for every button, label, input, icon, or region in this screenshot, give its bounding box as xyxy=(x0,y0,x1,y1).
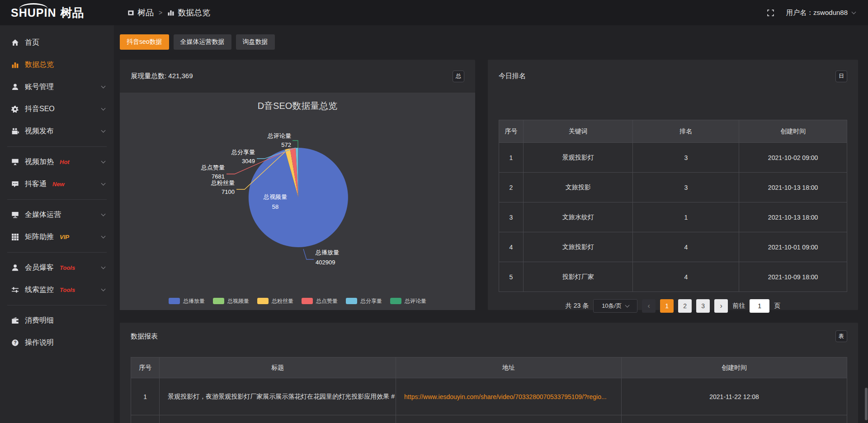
ranking-panel-body: 序号关键词排名创建时间1景观投影灯32021-10-02 09:002文旅投影3… xyxy=(488,93,858,313)
sidebar-item-label: 线索监控 xyxy=(25,285,54,295)
legend-label: 总视频量 xyxy=(227,297,249,305)
sidebar: 首页数据总览账号管理抖音SEO视频发布视频加热Hot抖客通New全媒体运营矩阵助… xyxy=(0,25,114,423)
legend-item-总分享量[interactable]: 总分享量 xyxy=(346,297,382,305)
sidebar-badge-Hot: Hot xyxy=(60,159,70,165)
chevron-down-icon xyxy=(101,181,106,186)
table-cell: 4 xyxy=(633,232,739,262)
column-header-创建时间: 创建时间 xyxy=(739,120,847,143)
breadcrumb-current[interactable]: 数据总览 xyxy=(167,7,210,18)
page-button-3[interactable]: 3 xyxy=(696,299,710,313)
table-cell: 4 xyxy=(499,232,524,262)
chevron-down-icon xyxy=(101,234,106,239)
legend-item-总视频量[interactable]: 总视频量 xyxy=(213,297,249,305)
fullscreen-icon[interactable] xyxy=(767,9,774,17)
grid-icon xyxy=(11,233,19,241)
page-size-select[interactable]: 10条/页 xyxy=(593,299,637,313)
report-panel-title: 数据报表 xyxy=(131,332,158,341)
sidebar-item-视频加热[interactable]: 视频加热Hot xyxy=(0,151,114,173)
page-button-2[interactable]: 2 xyxy=(678,299,692,313)
table-cell: 2021-10-01 09:00 xyxy=(739,232,847,262)
overview-corner-button[interactable]: 总 xyxy=(453,70,464,82)
pie-label-总点赞量: 7681 xyxy=(212,173,225,180)
chat-icon xyxy=(11,180,19,188)
legend-item-总评论量[interactable]: 总评论量 xyxy=(390,297,426,305)
column-header-序号: 序号 xyxy=(499,120,524,143)
sidebar-badge-Tools: Tools xyxy=(60,264,75,271)
topbar-right: 用户名：zswodun88 xyxy=(767,9,868,17)
column-header-关键词: 关键词 xyxy=(523,120,633,143)
page-layout: 首页数据总览账号管理抖音SEO视频发布视频加热Hot抖客通New全媒体运营矩阵助… xyxy=(0,25,868,423)
table-row: 1景观投影灯，夜游景观投影灯厂家展示展示落花灯在花园里的灯光投影应用效果 #ht… xyxy=(131,378,847,415)
sidebar-item-视频发布[interactable]: 视频发布 xyxy=(0,120,114,142)
prev-page-button[interactable]: ‹ xyxy=(642,299,656,313)
next-page-button[interactable]: › xyxy=(714,299,728,313)
pagination-total: 共 23 条 xyxy=(566,302,589,310)
logo-text-en: SHUPIN xyxy=(11,7,56,19)
chevron-down-icon xyxy=(625,303,630,307)
sidebar-item-账号管理[interactable]: 账号管理 xyxy=(0,76,114,98)
report-corner-button[interactable]: 表 xyxy=(835,330,847,342)
main-content: 抖音seo数据全媒体运营数据询盘数据 展现量总数: 421,369 总 D音SE… xyxy=(114,25,868,423)
table-cell: 2021-10-13 18:00 xyxy=(739,173,847,202)
chevron-down-icon xyxy=(101,287,106,291)
sidebar-badge-New: New xyxy=(52,181,65,188)
sidebar-item-线索监控[interactable]: 线索监控Tools xyxy=(0,279,114,301)
table-header-row: 序号关键词排名创建时间 xyxy=(499,120,847,143)
tab-询盘数据[interactable]: 询盘数据 xyxy=(236,34,275,50)
sidebar-item-抖客通[interactable]: 抖客通New xyxy=(0,173,114,195)
tab-抖音seo数据[interactable]: 抖音seo数据 xyxy=(120,34,169,50)
legend-swatch xyxy=(390,298,401,304)
sidebar-item-label: 账号管理 xyxy=(25,82,54,92)
table-cell: 2021-10-09 18:00 xyxy=(739,262,847,292)
legend-item-总点赞量[interactable]: 总点赞量 xyxy=(302,297,338,305)
table-row: 3文旅水纹灯12021-10-13 18:00 xyxy=(499,202,847,232)
sidebar-item-首页[interactable]: 首页 xyxy=(0,32,114,54)
pagination: 共 23 条10条/页‹123›前往页 xyxy=(499,299,847,313)
sidebar-item-消费明细[interactable]: 消费明细 xyxy=(0,310,114,332)
overview-panel-title: 展现量总数: 421,369 xyxy=(131,72,193,80)
sidebar-divider xyxy=(7,199,107,200)
breadcrumb-root[interactable]: 树品 xyxy=(127,7,154,18)
pie-chart: D音SEO数据量总览总播放量402909总视频量58总粉丝量7100总点赞量76… xyxy=(120,93,475,292)
table-cell xyxy=(622,415,847,423)
video-link[interactable]: https://www.iesdouyin.com/share/video/70… xyxy=(404,393,607,400)
sidebar-item-label: 会员爆客 xyxy=(25,263,54,273)
gear-icon xyxy=(11,105,19,113)
chevron-down-icon xyxy=(101,159,106,164)
scrollbar-thumb[interactable] xyxy=(865,388,868,420)
report-panel-header: 数据报表 表 xyxy=(120,323,858,350)
pie-label-总视频量: 总视频量 xyxy=(263,193,287,200)
legend-item-总播放量[interactable]: 总播放量 xyxy=(169,297,205,305)
pie-label-总评论量: 总评论量 xyxy=(267,132,291,139)
sidebar-item-矩阵助推[interactable]: 矩阵助推VIP xyxy=(0,226,114,248)
goto-page-input[interactable] xyxy=(750,299,769,313)
chevron-down-icon xyxy=(101,212,106,216)
legend-item-总粉丝量[interactable]: 总粉丝量 xyxy=(257,297,293,305)
label-line-总播放量 xyxy=(303,249,314,259)
sidebar-item-操作说明[interactable]: ?操作说明 xyxy=(0,332,114,354)
column-header-标题: 标题 xyxy=(160,357,396,378)
pie-label-总播放量: 402909 xyxy=(316,259,335,266)
sidebar-item-label: 首页 xyxy=(25,38,39,47)
sidebar-item-抖音SEO[interactable]: 抖音SEO xyxy=(0,98,114,120)
site-icon xyxy=(127,9,134,16)
table-row: 1景观投影灯32021-10-02 09:00 xyxy=(499,143,847,173)
column-header-序号: 序号 xyxy=(131,357,160,378)
table-cell: 景观投影灯 xyxy=(523,143,633,173)
sidebar-item-数据总览[interactable]: 数据总览 xyxy=(0,54,114,76)
sidebar-item-label: 抖客通 xyxy=(25,179,47,189)
member-icon xyxy=(11,264,19,272)
sidebar-item-会员爆客[interactable]: 会员爆客Tools xyxy=(0,257,114,279)
sidebar-badge-VIP: VIP xyxy=(60,234,69,240)
user-menu[interactable]: 用户名：zswodun88 xyxy=(786,9,855,17)
table-cell xyxy=(396,415,622,423)
pie-label-总分享量: 总分享量 xyxy=(231,149,255,155)
table-cell: 投影灯厂家 xyxy=(523,262,633,292)
tab-全媒体运营数据[interactable]: 全媒体运营数据 xyxy=(174,34,231,50)
page-button-1[interactable]: 1 xyxy=(660,299,674,313)
ranking-corner-button[interactable]: 日 xyxy=(835,70,847,82)
pie-label-总粉丝量: 总粉丝量 xyxy=(211,179,235,186)
chevron-down-icon xyxy=(852,9,856,14)
sidebar-item-全媒体运营[interactable]: 全媒体运营 xyxy=(0,204,114,226)
chevron-down-icon xyxy=(101,128,106,133)
